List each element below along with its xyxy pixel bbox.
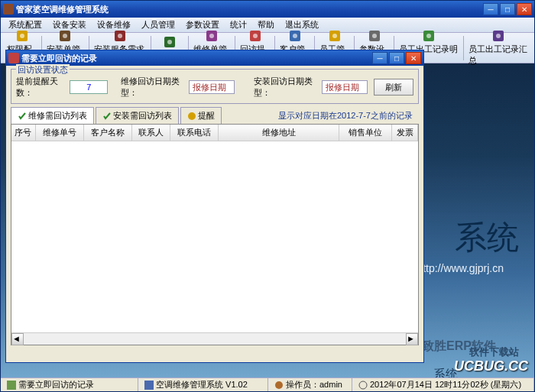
svg-point-5 [118,34,122,38]
col-header[interactable]: 发票 [392,125,418,141]
tool-icon-6 [288,29,302,43]
inner-minimize-button[interactable]: ─ [372,52,387,64]
svg-point-13 [293,34,297,38]
app-icon [3,4,14,15]
status-icon [7,381,16,390]
tab-reminder[interactable]: 提醒 [180,107,222,124]
repair-date-value: 报修日期 [189,80,235,94]
horizontal-scrollbar[interactable]: ◄ ► [11,332,418,345]
watermark-logo: UCBUG.CC [454,358,528,374]
inner-window: 需要立即回访的记录 ─ □ ✕ 回访设置状态 提前提醒天数： 维修回访日期类型：… [5,50,424,363]
svg-rect-24 [144,381,154,390]
tool-icon-8 [368,29,381,43]
status-title: 需要立即回访的记录 [18,379,94,390]
svg-point-11 [253,34,258,38]
days-input[interactable] [70,80,108,94]
clock-icon [358,381,368,390]
svg-point-1 [20,34,24,38]
outer-titlebar: 管家婆空调维修管理系统 ─ □ ✕ [1,1,534,18]
user-icon [274,381,284,390]
inner-titlebar: 需要立即回访的记录 ─ □ ✕ [6,50,423,66]
inner-icon [8,53,19,63]
check-icon [18,112,27,121]
col-header[interactable]: 序号 [11,125,36,141]
tool-icon-7 [328,29,342,43]
inner-close-button[interactable]: ✕ [406,52,421,64]
settings-groupbox: 回访设置状态 提前提醒天数： 维修回访日期类型： 报修日期 安装回访日期类型： … [11,69,419,104]
check-icon [102,112,112,121]
scroll-right-button[interactable]: ► [406,333,418,345]
inner-title: 需要立即回访的记录 [21,53,372,64]
maximize-button[interactable]: □ [500,3,515,15]
col-header[interactable]: 联系电话 [170,125,219,141]
col-header[interactable]: 维修单号 [36,125,84,141]
scroll-left-button[interactable]: ◄ [11,333,24,345]
data-grid: 序号维修单号客户名称联系人联系电话维修地址销售单位发票 ◄ ► [11,124,419,345]
tool-icon-4 [205,29,219,43]
outer-title: 管家婆空调维修管理系统 [16,4,483,15]
minimize-button[interactable]: ─ [483,3,498,15]
grid-body [11,141,418,332]
col-header[interactable]: 联系人 [132,125,170,141]
tool-icon-2 [113,29,127,43]
tool-10[interactable]: 员工出工记录汇总 [465,28,531,68]
version-icon [144,381,154,390]
date-hint: 显示对应日期在2012-7-7之前的记录 [278,110,419,121]
grid-header: 序号维修单号客户名称联系人联系电话维修地址销售单位发票 [11,125,418,141]
days-label: 提前提醒天数： [16,76,66,99]
status-datetime: 2012年07月14日 12时11分02秒 (星期六) [370,379,521,390]
svg-point-19 [426,34,431,38]
svg-point-25 [275,381,283,389]
col-header[interactable]: 维修地址 [219,125,339,141]
statusbar: 需要立即回访的记录 空调维修管理系统 V1.02 操作员：admin 2012年… [1,377,534,391]
status-version: 空调维修管理系统 V1.02 [156,379,248,390]
svg-rect-23 [7,381,16,390]
tool-icon-10 [491,29,505,43]
tool-icon-9 [422,29,436,43]
col-header[interactable]: 销售单位 [339,125,392,141]
scroll-track[interactable] [24,333,406,345]
tab-install-list[interactable]: 安装需回访列表 [96,107,179,124]
svg-point-3 [63,34,67,38]
status-operator: 操作员：admin [286,379,342,390]
bg-system-text: 系统 [455,216,519,259]
tool-icon-1 [58,29,72,43]
repair-date-label: 维修回访日期类型： [121,76,186,99]
col-header[interactable]: 客户名称 [84,125,132,141]
install-date-label: 安装回访日期类型： [254,76,319,99]
svg-point-26 [359,381,367,389]
tab-repair-list[interactable]: 维修需回访列表 [11,107,94,124]
install-date-value: 报修日期 [322,80,368,94]
svg-point-22 [188,112,196,120]
svg-point-21 [496,34,501,38]
watermark-subtitle: 软件下载站 [469,345,519,359]
tool-icon-5 [248,29,262,43]
svg-point-17 [372,34,377,38]
tabbar: 维修需回访列表 安装需回访列表 提醒 显示对应日期在2012-7-7之前的记录 [11,107,419,124]
svg-point-15 [332,34,337,38]
bell-icon [187,112,196,121]
bg-url-text: ttp://www.gjprj.cn [423,262,504,274]
groupbox-title: 回访设置状态 [16,64,70,76]
tool-icon-0 [15,29,29,43]
tool-icon-3 [163,35,177,49]
refresh-button[interactable]: 刷新 [374,79,413,96]
close-button[interactable]: ✕ [517,3,532,15]
svg-point-7 [167,40,172,44]
svg-point-9 [209,34,214,38]
inner-maximize-button[interactable]: □ [389,52,404,64]
